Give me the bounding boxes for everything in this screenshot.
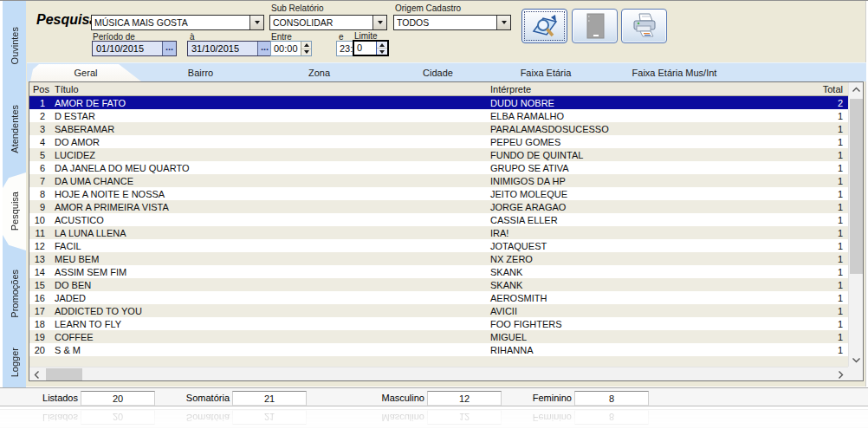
cell-pos: 18 <box>29 319 47 329</box>
results-table: Pos Título Intérprete Total 1 AMOR DE FA… <box>29 81 864 381</box>
table-row[interactable]: 19 COFFEE MIGUEL 1 <box>29 330 848 343</box>
report-tab[interactable]: Bairro <box>141 63 260 81</box>
scroll-up-button[interactable] <box>849 82 864 96</box>
cell-interprete: FOO FIGHTERS <box>489 319 813 329</box>
cell-titulo: DO BEN <box>47 280 489 290</box>
cell-interprete: ELBA RAMALHO <box>489 111 813 121</box>
time-from-field[interactable]: 00:00 <box>270 41 312 56</box>
cell-pos: 17 <box>29 306 47 316</box>
table-row[interactable]: 20 S & M RIHANNA 1 <box>29 343 848 356</box>
date-to-field[interactable]: 31/10/2015 ... <box>187 41 272 56</box>
horizontal-scroll-thumb[interactable] <box>46 368 82 380</box>
report-tab[interactable]: Faixa Etária <box>497 63 594 81</box>
table-row[interactable]: 13 MEU BEM NX ZERO 1 <box>29 252 848 265</box>
table-row[interactable]: 4 DO AMOR PEPEU GOMES 1 <box>29 135 848 148</box>
blank-report-icon <box>580 12 611 40</box>
table-row[interactable]: 8 HOJE A NOITE E NOSSA JEITO MOLEQUE 1 <box>29 187 848 200</box>
scroll-left-button[interactable] <box>29 367 44 381</box>
print-button[interactable] <box>621 9 667 43</box>
table-row[interactable]: 3 SABERAMAR PARALAMASDOSUCESSO 1 <box>29 122 848 135</box>
sub-report-dropdown-button[interactable] <box>372 16 386 29</box>
cell-total: 1 <box>813 280 848 290</box>
scroll-down-button[interactable] <box>849 353 864 367</box>
status-value: 20 <box>81 391 155 406</box>
vertical-scrollbar[interactable] <box>848 82 863 367</box>
chevron-down-icon <box>255 21 260 24</box>
table-row[interactable]: 18 LEARN TO FLY FOO FIGHTERS 1 <box>29 317 848 330</box>
status-bar: Listados 20 Somatória 21 Masculino 12 Fe… <box>0 387 868 406</box>
cell-interprete: JEITO MOLEQUE <box>489 189 813 199</box>
sidebar-tab[interactable]: Atendentes <box>3 89 26 169</box>
limite-value: 0 <box>357 42 376 55</box>
sidebar-tab[interactable]: Promoções <box>3 254 26 334</box>
chevron-down-icon <box>852 357 861 363</box>
table-row[interactable]: 5 LUCIDEZ FUNDO DE QUINTAL 1 <box>29 148 848 161</box>
status-label: Somatória <box>169 393 230 403</box>
sidebar-tab[interactable]: Logger <box>3 337 26 387</box>
preview-report-button[interactable] <box>521 9 567 43</box>
date-from-field[interactable]: 01/10/2015 ... <box>92 41 177 56</box>
spinner-down-icon <box>379 50 385 54</box>
cell-titulo: LA LUNA LLENA <box>47 228 489 238</box>
date-from-browse-button[interactable]: ... <box>162 42 176 55</box>
sidebar-tab[interactable]: Ouvintes <box>3 6 26 86</box>
scroll-right-button[interactable] <box>833 367 848 381</box>
table-row[interactable]: 17 ADDICTED TO YOU AVICII 1 <box>29 304 848 317</box>
status-label: Listados <box>17 393 78 403</box>
table-row[interactable]: 2 D ESTAR ELBA RAMALHO 1 <box>29 109 848 122</box>
time-from-spin-up[interactable] <box>301 42 311 49</box>
limite-spin-down[interactable] <box>377 49 387 55</box>
vertical-scroll-thumb[interactable] <box>850 99 863 274</box>
report-tab[interactable]: Geral <box>30 63 141 81</box>
cell-titulo: AMOR A PRIMEIRA VISTA <box>47 202 489 212</box>
limite-field[interactable]: 0 <box>353 40 389 56</box>
status-value: 12 <box>427 391 502 406</box>
table-row[interactable]: 6 DA JANELA DO MEU QUARTO GRUPO SE ATIVA… <box>29 161 848 174</box>
table-row[interactable]: 15 DO BEN SKANK 1 <box>29 278 848 291</box>
table-row[interactable]: 10 ACUSTICO CASSIA ELLER 1 <box>29 213 848 226</box>
table-row[interactable]: 14 ASSIM SEM FIM SKANK 1 <box>29 265 848 278</box>
status-label: Masculino <box>364 393 424 403</box>
cell-titulo: SABERAMAR <box>47 124 489 134</box>
table-body: 1 AMOR DE FATO DUDU NOBRE 2 2 D ESTAR EL… <box>29 96 848 356</box>
limite-spin-up[interactable] <box>377 42 387 49</box>
cell-titulo: DA JANELA DO MEU QUARTO <box>47 163 489 173</box>
cell-total: 1 <box>813 254 848 264</box>
sidebar-tab-label: Atendentes <box>10 105 20 153</box>
cell-total: 1 <box>813 241 848 251</box>
cell-total: 1 <box>813 163 848 173</box>
status-item: Feminino 8 <box>511 390 649 406</box>
table-row[interactable]: 12 FACIL JOTAQUEST 1 <box>29 239 848 252</box>
cell-total: 1 <box>813 228 848 238</box>
table-row[interactable]: 7 DA UMA CHANCE INIMIGOS DA HP 1 <box>29 174 848 187</box>
page-title: Pesquisa <box>36 12 97 28</box>
report-tab[interactable]: Faixa Etária Mus/Int <box>594 63 755 81</box>
table-row[interactable]: 1 AMOR DE FATO DUDU NOBRE 2 <box>29 96 848 109</box>
report-combobox-dropdown-button[interactable] <box>249 16 263 29</box>
table-row[interactable]: 16 JADED AEROSMITH 1 <box>29 291 848 304</box>
cell-titulo: FACIL <box>47 241 489 251</box>
cell-total: 1 <box>813 267 848 277</box>
table-row[interactable]: 11 LA LUNA LLENA IRA! 1 <box>29 226 848 239</box>
horizontal-scrollbar[interactable] <box>29 367 848 380</box>
report-tab[interactable]: Cidade <box>379 63 497 81</box>
date-to-browse-button[interactable]: ... <box>257 42 271 55</box>
cell-titulo: S & M <box>47 345 489 355</box>
report-tab[interactable]: Zona <box>260 63 379 81</box>
blank-report-button[interactable] <box>572 9 618 43</box>
cell-interprete: NX ZERO <box>489 254 813 264</box>
time-from-spin-down[interactable] <box>301 49 311 56</box>
cell-total: 2 <box>813 98 848 108</box>
status-label: Feminino <box>511 393 572 403</box>
report-combobox[interactable]: MÚSICA MAIS GOSTA <box>91 15 264 30</box>
table-row[interactable]: 9 AMOR A PRIMEIRA VISTA JORGE ARAGAO 1 <box>29 200 848 213</box>
origem-cadastro-combobox[interactable]: TODOS <box>393 15 511 30</box>
cell-titulo: D ESTAR <box>47 111 489 121</box>
sidebar-tab[interactable]: Pesquisa <box>3 172 26 250</box>
sub-report-combobox[interactable]: CONSOLIDAR <box>269 15 387 30</box>
origem-cadastro-combobox-value: TODOS <box>397 16 496 29</box>
chevron-up-icon <box>852 87 861 93</box>
cell-pos: 16 <box>29 293 47 303</box>
origem-cadastro-dropdown-button[interactable] <box>496 16 510 29</box>
cell-total: 1 <box>813 137 848 147</box>
